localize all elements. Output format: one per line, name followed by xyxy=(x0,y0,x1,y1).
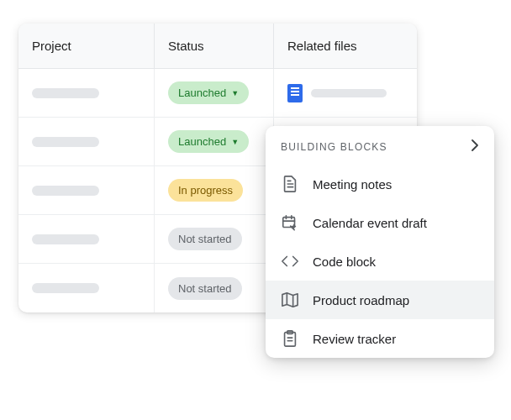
menu-item-label: Calendar event draft xyxy=(313,216,427,230)
project-cell[interactable] xyxy=(18,69,155,117)
document-icon xyxy=(281,175,299,193)
popup-header[interactable]: BUILDING BLOCKS xyxy=(266,126,494,165)
menu-item-label: Product roadmap xyxy=(313,293,409,307)
menu-item-code-block[interactable]: Code block xyxy=(266,242,494,281)
placeholder-text xyxy=(32,137,99,147)
status-chip[interactable]: Launched▼ xyxy=(168,81,249,104)
menu-item-label: Meeting notes xyxy=(313,177,392,192)
header-project: Project xyxy=(18,24,155,68)
popup-title: BUILDING BLOCKS xyxy=(281,141,387,153)
chevron-right-icon xyxy=(471,139,479,155)
status-cell[interactable]: Launched▼ xyxy=(155,69,274,117)
placeholder-text xyxy=(32,186,99,196)
status-chip-label: Not started xyxy=(178,282,232,295)
caret-down-icon: ▼ xyxy=(231,89,239,97)
status-chip-label: In progress xyxy=(178,184,233,197)
menu-item-label: Code block xyxy=(313,255,376,269)
building-blocks-popup: BUILDING BLOCKS Meeting notesCalendar ev… xyxy=(266,126,494,358)
status-cell[interactable]: Launched▼ xyxy=(155,118,274,165)
project-cell[interactable] xyxy=(18,166,155,214)
caret-down-icon: ▼ xyxy=(231,138,239,146)
placeholder-text xyxy=(32,283,99,293)
table-row: Launched▼ xyxy=(18,69,417,118)
status-chip[interactable]: Not started xyxy=(168,228,242,250)
code-icon xyxy=(281,252,299,270)
placeholder-text xyxy=(32,88,99,98)
map-icon xyxy=(281,291,299,309)
project-cell[interactable] xyxy=(18,215,155,263)
table-header-row: Project Status Related files xyxy=(18,24,417,69)
status-chip-label: Launched xyxy=(178,135,226,148)
svg-rect-0 xyxy=(283,218,295,228)
status-cell[interactable]: Not started xyxy=(155,215,274,263)
project-cell[interactable] xyxy=(18,264,155,312)
placeholder-text xyxy=(32,234,99,244)
menu-item-review-tracker[interactable]: Review tracker xyxy=(266,319,494,358)
menu-item-meeting-notes[interactable]: Meeting notes xyxy=(266,165,494,203)
calendar-draft-icon xyxy=(281,213,299,232)
status-cell[interactable]: In progress xyxy=(155,166,274,214)
status-cell[interactable]: Not started xyxy=(155,264,274,312)
doc-file-icon xyxy=(287,84,303,102)
menu-item-product-roadmap[interactable]: Product roadmap xyxy=(266,281,494,319)
menu-item-label: Review tracker xyxy=(313,332,396,346)
files-cell[interactable] xyxy=(274,69,417,117)
status-chip-label: Launched xyxy=(178,87,226,99)
status-chip[interactable]: Not started xyxy=(168,277,242,300)
clipboard-icon xyxy=(281,329,299,348)
status-chip-label: Not started xyxy=(178,233,232,245)
header-files: Related files xyxy=(274,24,417,68)
placeholder-text xyxy=(311,89,387,97)
menu-item-calendar-event-draft[interactable]: Calendar event draft xyxy=(266,203,494,242)
status-chip[interactable]: Launched▼ xyxy=(168,130,249,153)
header-status: Status xyxy=(155,24,274,68)
status-chip[interactable]: In progress xyxy=(168,179,243,202)
project-cell[interactable] xyxy=(18,118,155,165)
